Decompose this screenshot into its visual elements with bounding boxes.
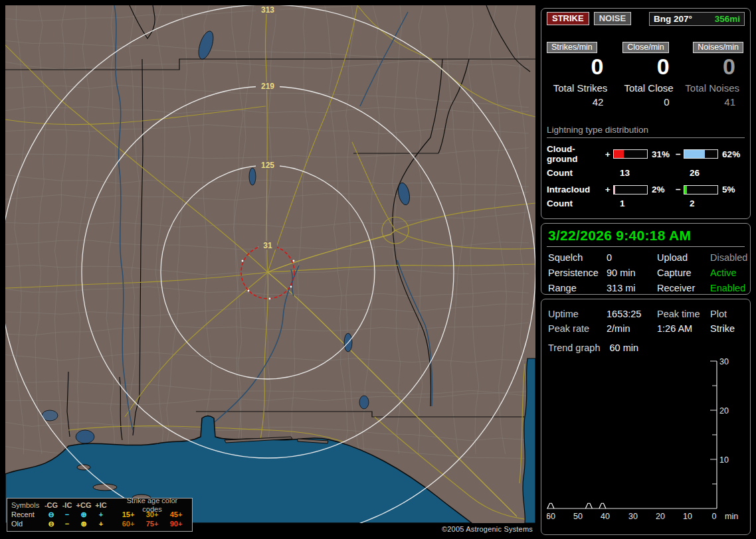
neg-ic-recent-icon: − [59, 510, 75, 519]
minus-sign: − [674, 185, 682, 194]
bearing-display[interactable]: Bng 207° 356mi [649, 12, 745, 26]
bearing-distance: 356mi [715, 14, 740, 24]
plus-sign: + [604, 185, 612, 194]
squelch-label: Squelch [548, 252, 607, 263]
cg-negative-count: 26 [690, 168, 700, 178]
noises-per-min-value: 0 [679, 54, 745, 78]
x-unit-label: min [725, 512, 738, 521]
peak-rate-value: 2/min [607, 323, 657, 334]
peak-rate-label: Peak rate [548, 323, 607, 334]
upload-label: Upload [657, 252, 710, 263]
noises-column: Noises/min 0 Total Noises 41 [679, 42, 745, 108]
range-value: 313 mi [607, 283, 657, 293]
cg-negative-bar [684, 149, 718, 159]
receiver-label: Receiver [657, 283, 710, 293]
total-strikes-value: 42 [547, 96, 613, 108]
lightning-distribution: Lightning type distribution Cloud-ground… [547, 125, 745, 208]
xtick-40: 40 [601, 512, 610, 521]
datetime-display: 3/22/2026 9:40:18 AM [547, 226, 745, 247]
app-window: 313 219 125 31 Symbols -CG -IC +CG +IC S… [0, 0, 756, 539]
ring-label-125: 125 [261, 161, 274, 170]
intracloud-row: Intracloud + 2% − 5% [547, 185, 745, 194]
ytick-20: 20 [719, 406, 729, 416]
pos-cg-recent-icon: ⊕ [75, 510, 92, 519]
trend-graph-label: Trend graph [548, 343, 600, 353]
xtick-20: 20 [656, 512, 665, 521]
receiver-value: Enabled [710, 283, 745, 293]
strike-button[interactable]: STRIKE [547, 12, 589, 25]
noises-per-min-button[interactable]: Noises/min [693, 42, 743, 53]
plus-sign: + [604, 149, 612, 159]
total-close-value: 0 [613, 96, 678, 108]
legend-row-recent: Recent [11, 510, 43, 519]
persistence-value: 90 min [607, 268, 657, 278]
lightning-map[interactable]: 313 219 125 31 Symbols -CG -IC +CG +IC S… [5, 5, 535, 534]
pos-cg-old-icon: ⊕ [75, 520, 92, 528]
trend-graph: 30 20 10 60 50 40 30 20 10 0 min [547, 354, 746, 522]
noise-button[interactable]: NOISE [594, 12, 631, 25]
distribution-title: Lightning type distribution [547, 125, 745, 138]
ytick-30: 30 [719, 357, 729, 366]
count-label: Count [547, 168, 620, 178]
ic-positive-bar [613, 185, 648, 194]
strikes-per-min-value: 0 [547, 54, 613, 78]
close-per-min-value: 0 [613, 54, 678, 78]
cloud-ground-row: Cloud-ground + 31% − 62% [547, 144, 745, 164]
age-60: 60+ [116, 520, 140, 528]
trend-panel: Uptime 1653:25 Peak time Plot Peak rate … [541, 299, 751, 535]
ring-label-219: 219 [261, 82, 274, 91]
y-minor-ticks [712, 386, 717, 484]
intracloud-count-row: Count 1 2 [547, 198, 745, 208]
status-row: Range 313 mi Receiver Enabled [547, 283, 745, 293]
legend-row-old: Old [11, 520, 43, 528]
age-45: 45+ [164, 510, 188, 519]
age-15: 15+ [116, 510, 140, 519]
plot-label: Plot [710, 309, 745, 319]
status-row: Squelch 0 Upload Disabled [547, 252, 745, 263]
upload-value: Disabled [710, 252, 747, 263]
legend-symbols-header: Symbols [11, 501, 43, 510]
trend-peaks [547, 503, 606, 508]
pos-ic-old-icon: + [92, 520, 110, 528]
trend-graph-window: 60 min [609, 343, 638, 353]
uptime-row: Uptime 1653:25 Peak time Plot [547, 309, 745, 319]
xtick-60: 60 [547, 512, 555, 521]
status-panel: 3/22/2026 9:40:18 AM Squelch 0 Upload Di… [541, 223, 751, 295]
peak-time-value: 1:26 AM [657, 323, 710, 334]
strikes-per-min-button[interactable]: Strikes/min [547, 42, 597, 53]
squelch-value: 0 [607, 252, 657, 263]
xtick-10: 10 [683, 512, 692, 521]
intracloud-label: Intracloud [547, 185, 604, 194]
ring-label-313: 313 [261, 5, 274, 15]
strikes-column: Strikes/min 0 Total Strikes 42 [547, 42, 613, 108]
trend-axes [547, 361, 717, 508]
uptime-value: 1653:25 [607, 309, 657, 319]
xtick-0: 0 [712, 512, 717, 521]
total-noises-value: 41 [679, 96, 745, 108]
age-30: 30+ [140, 510, 164, 519]
legend-col-neg-ic: -IC [59, 501, 75, 510]
minus-sign: − [674, 149, 682, 159]
legend-col-pos-cg: +CG [75, 501, 92, 510]
cg-positive-bar [613, 149, 648, 159]
ic-positive-count: 1 [620, 198, 690, 208]
cloud-ground-count-row: Count 13 26 [547, 168, 745, 178]
ring-label-31: 31 [263, 241, 272, 250]
cg-negative-pct: 62% [719, 149, 745, 159]
close-per-min-button[interactable]: Close/min [622, 42, 669, 53]
count-label: Count [547, 198, 620, 208]
ic-positive-pct: 2% [649, 185, 674, 194]
pos-ic-recent-icon: + [92, 510, 110, 519]
cg-positive-pct: 31% [649, 149, 674, 159]
ytick-10: 10 [719, 455, 729, 465]
xtick-50: 50 [573, 512, 583, 521]
map-canvas: 313 219 125 31 [5, 5, 535, 523]
ic-negative-count: 2 [690, 198, 695, 208]
legend-col-neg-cg: -CG [43, 501, 59, 510]
trend-graph-row: Trend graph 60 min [547, 343, 745, 353]
neg-ic-old-icon: − [59, 520, 75, 528]
map-legend: Symbols -CG -IC +CG +IC Strike age color… [7, 498, 193, 532]
xtick-30: 30 [628, 512, 638, 521]
y-major-ticks [710, 361, 717, 459]
neg-cg-old-icon: ⊖ [43, 520, 59, 528]
